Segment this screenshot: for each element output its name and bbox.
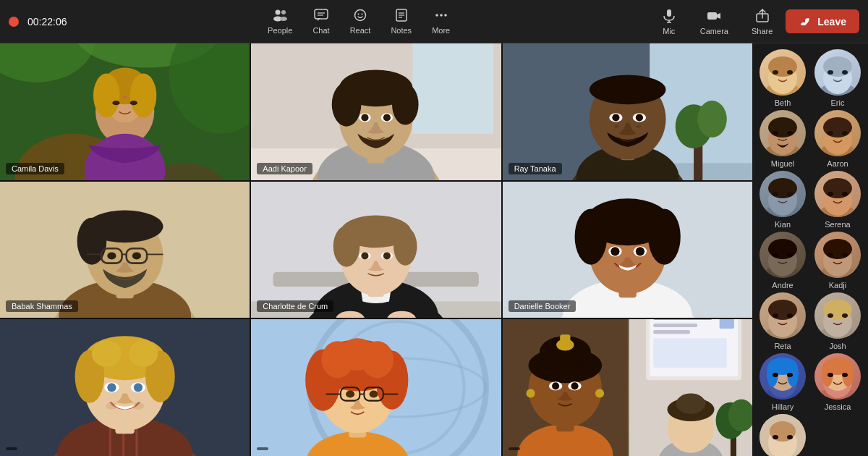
svg-point-136 (132, 402, 144, 410)
beth-avatar (760, 49, 806, 96)
leave-label: Leave (817, 16, 846, 28)
video-grid: Camila Davis (0, 43, 752, 456)
more-icon (433, 8, 449, 25)
video-cell-p8[interactable] (251, 319, 501, 456)
sidebar-beth[interactable]: Beth (757, 49, 809, 107)
svg-point-216 (787, 192, 793, 196)
svg-point-257 (842, 373, 848, 377)
miguel-avatar (760, 110, 806, 156)
nav-react[interactable]: React (341, 4, 380, 39)
ray-label: Ray Tanaka (509, 163, 562, 174)
sidebar-miguel[interactable]: Miguel (757, 110, 809, 168)
nav-people[interactable]: People (259, 4, 301, 39)
sidebar-row-4: Reta Josh (757, 292, 864, 350)
svg-point-199 (823, 56, 852, 77)
sidebar-kadji[interactable]: Kadji (812, 232, 864, 290)
beth-name: Beth (775, 98, 791, 107)
video-cell-charlotte[interactable]: Charlotte de Crum (251, 182, 501, 318)
eric-name: Eric (831, 98, 845, 107)
share-label: Share (752, 27, 773, 35)
nav-notes[interactable]: Notes (382, 4, 420, 39)
svg-point-248 (773, 373, 778, 377)
svg-point-45 (332, 83, 362, 127)
svg-rect-39 (413, 43, 494, 134)
svg-point-220 (827, 192, 833, 196)
recording-indicator (9, 17, 19, 27)
camera-label: Camera (700, 27, 728, 35)
empty-slot (812, 414, 864, 456)
sidebar-row-1: Miguel Aaron (757, 110, 864, 168)
more-label: More (432, 26, 450, 35)
video-cell-danielle[interactable]: Danielle Booker (503, 182, 752, 318)
svg-point-66 (614, 125, 618, 128)
nav-chat[interactable]: Chat (304, 4, 338, 39)
svg-point-135 (106, 402, 117, 410)
svg-point-236 (787, 313, 793, 318)
camera-button[interactable]: Camera (690, 4, 739, 40)
p8-label (257, 447, 268, 450)
video-cell-ray[interactable]: Ray Tanaka (503, 43, 752, 180)
chat-icon (313, 8, 329, 25)
sidebar-serena[interactable]: Serena (812, 171, 864, 229)
svg-point-239 (823, 300, 852, 320)
sidebar-andre[interactable]: Andre (757, 232, 809, 290)
jessica-avatar (814, 353, 861, 400)
camila-label: Camila Davis (6, 163, 64, 174)
svg-point-209 (823, 117, 852, 138)
svg-point-32 (130, 74, 157, 118)
p7-label (6, 447, 17, 450)
sidebar-hillary[interactable]: Hillary (757, 353, 809, 411)
svg-point-156 (346, 391, 354, 398)
sidebar-reta[interactable]: Reta (757, 292, 809, 350)
svg-point-157 (370, 391, 378, 398)
svg-point-67 (637, 125, 641, 128)
video-cell-p9[interactable] (503, 319, 752, 456)
andre-avatar (760, 232, 806, 278)
sidebar-row-0: Beth Eric (757, 49, 864, 107)
sidebar-eric[interactable]: Eric (812, 49, 864, 107)
reta-name: Reta (774, 342, 791, 350)
sidebar-extra1[interactable] (757, 414, 809, 456)
svg-point-201 (842, 70, 848, 75)
video-cell-aadi[interactable]: Aadi Kapoor (251, 43, 501, 180)
svg-point-230 (827, 253, 833, 257)
svg-point-31 (93, 74, 120, 118)
right-controls: Mic Camera Share (651, 4, 859, 40)
leave-button[interactable]: Leave (786, 9, 859, 33)
sidebar-aaron[interactable]: Aaron (812, 110, 864, 168)
svg-point-249 (787, 373, 793, 377)
people-icon (272, 8, 288, 25)
svg-point-231 (842, 253, 848, 257)
svg-point-15 (440, 14, 443, 17)
svg-point-171 (552, 383, 559, 390)
sidebar-jessica[interactable]: Jessica (812, 353, 864, 411)
timer-area: 00:22:06 (9, 16, 67, 28)
sidebar-josh[interactable]: Josh (812, 292, 864, 350)
svg-point-92 (333, 225, 360, 266)
share-button[interactable]: Share (741, 4, 783, 40)
svg-point-64 (612, 114, 619, 121)
hillary-avatar (760, 353, 806, 400)
sidebar-kian[interactable]: Kian (757, 171, 809, 229)
svg-point-35 (130, 101, 137, 105)
josh-name: Josh (829, 342, 846, 350)
svg-point-130 (129, 341, 158, 368)
svg-point-111 (598, 202, 625, 232)
video-cell-p7[interactable] (0, 319, 250, 456)
svg-point-240 (827, 313, 833, 318)
aaron-name: Aaron (827, 159, 848, 168)
extra1-avatar (760, 414, 806, 456)
mic-button[interactable]: Mic (651, 4, 687, 40)
svg-point-96 (362, 252, 369, 259)
svg-point-226 (787, 253, 793, 257)
svg-point-229 (823, 239, 852, 259)
video-cell-camila[interactable]: Camila Davis (0, 43, 250, 180)
nav-more[interactable]: More (423, 4, 459, 39)
video-cell-babak[interactable]: Babak Shammas (0, 182, 250, 318)
react-label: React (350, 26, 371, 35)
andre-name: Andre (772, 281, 793, 290)
svg-point-133 (107, 384, 116, 392)
nav-items: People Chat Reac (259, 4, 459, 39)
svg-point-224 (768, 239, 797, 259)
svg-point-8 (358, 14, 359, 15)
